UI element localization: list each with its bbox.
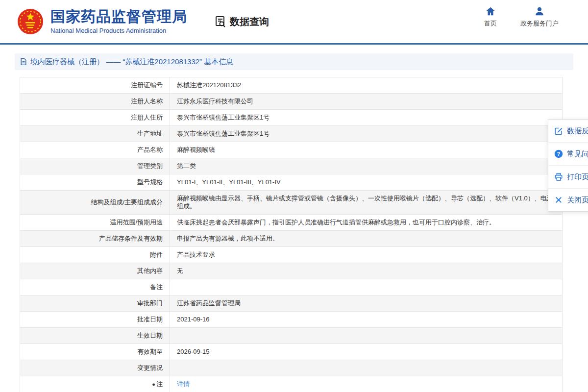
field-label: 其他内容 [20,263,170,279]
table-row: 型号规格 YL01-I、YL01-II、YL01-III、YL01-IV [20,174,563,191]
field-label: 有效期至 [20,344,170,360]
field-value: 泰兴市张桥镇焦荡工业集聚区1号 [170,126,563,142]
field-label: 管理类别 [20,158,170,174]
svg-text:?: ? [557,151,560,157]
panel-item-label: 打印页面 [567,172,588,182]
field-label: 型号规格 [20,174,170,191]
org-name-en: National Medical Products Administration [50,27,187,35]
field-value: 详情 [170,376,563,392]
field-value: 无 [170,263,563,279]
field-label: 产品名称 [20,142,170,158]
panel-item-print[interactable]: 打印页面 [548,166,588,189]
close-icon [554,196,563,204]
field-label: 注册证编号 [20,77,170,94]
nav-portal-label: 政务服务门户 [520,19,559,28]
table-row: 注册证编号 苏械注准20212081332 [20,77,563,94]
field-label: 注册人名称 [20,94,170,110]
table-row: 适用范围/预期用途 供临床挑起患者会厌部暴露声门，指引医护人员准确进行气道插管供… [20,215,563,231]
table-row: 批准日期 2021-09-16 [20,312,563,328]
top-nav: 首页 政务服务门户 [484,6,559,28]
panel-item-close[interactable]: 关闭页面 [548,189,588,211]
table-row: 注册人住所 泰兴市张桥镇焦荡工业集聚区1号 [20,110,563,126]
field-value [170,328,563,344]
field-label: 批准日期 [20,312,170,328]
registration-info-table: 注册证编号 苏械注准20212081332 注册人名称 江苏永乐医疗科技有限公司… [20,77,563,392]
field-value: 苏械注准20212081332 [170,77,563,94]
field-label: 产品储存条件及有效期 [20,231,170,247]
table-row: 生产地址 泰兴市张桥镇焦荡工业集聚区1号 [20,126,563,142]
detail-link[interactable]: 详情 [177,380,190,388]
org-identity: 国家药品监督管理局 National Medical Products Admi… [50,8,187,34]
note-label: 注 [156,380,163,388]
field-label: ●注 [20,376,170,392]
panel-item-label: 数据反馈 [567,126,588,136]
field-label: 结构及组成/主要组成成分 [20,191,170,215]
nav-home[interactable]: 首页 [484,6,497,28]
field-value: 申报产品为有源器械，此项不适用。 [170,231,563,247]
field-label: 变更情况 [20,360,170,376]
breadcrumb-text: 境内医疗器械（注册） —— “苏械注准20212081332” 基本信息 [30,57,233,67]
table-row: 审批部门 江苏省药品监督管理局 [20,295,563,312]
org-name-cn: 国家药品监督管理局 [50,8,187,25]
data-query-icon [214,15,227,28]
field-value: 江苏省药品监督管理局 [170,295,563,312]
home-icon [485,6,496,17]
field-value: YL01-I、YL01-II、YL01-III、YL01-IV [170,174,563,191]
table-row: 生效日期 [20,328,563,344]
table-row: 其他内容 无 [20,263,563,279]
tab-data-query-label: 数据查询 [230,15,269,28]
panel-item-feedback[interactable]: 数据反馈 [548,120,588,143]
table-row: 产品名称 麻醉视频喉镜 [20,142,563,158]
question-icon: ? [554,149,563,158]
table-row: 管理类别 第二类 [20,158,563,174]
field-value: 第二类 [170,158,563,174]
nav-portal[interactable]: 政务服务门户 [520,6,559,28]
print-icon [554,172,563,181]
note-icon: ● [152,380,155,388]
tab-data-query[interactable]: 数据查询 [214,15,269,28]
table-row: 变更情况 [20,360,563,376]
field-value [170,360,563,376]
field-value: 2021-09-16 [170,312,563,328]
field-value: 江苏永乐医疗科技有限公司 [170,94,563,110]
breadcrumb: 境内医疗器械（注册） —— “苏械注准20212081332” 基本信息 [15,53,573,70]
table-row: 备注 [20,279,563,295]
field-value: 麻醉视频喉镜 [170,142,563,158]
table-row: 注册人名称 江苏永乐医疗科技有限公司 [20,94,563,110]
field-label: 注册人住所 [20,110,170,126]
field-label: 生效日期 [20,328,170,344]
field-value: 泰兴市张桥镇焦荡工业集聚区1号 [170,110,563,126]
table-row: ●注 详情 [20,376,563,392]
nmpa-logo[interactable] [17,8,44,35]
field-label: 附件 [20,247,170,263]
field-label: 审批部门 [20,295,170,312]
field-value: 供临床挑起患者会厌部暴露声门，指引医护人员准确进行气道插管供麻醉或急救用，也可用… [170,215,563,231]
field-label: 适用范围/预期用途 [20,215,170,231]
panel-item-label: 关闭页面 [567,196,588,205]
table-row: 有效期至 2026-09-15 [20,344,563,360]
panel-item-faq[interactable]: ? 常见问题 [548,143,588,166]
nav-home-label: 首页 [484,19,497,28]
user-icon [534,6,545,17]
field-label: 生产地址 [20,126,170,142]
field-value [170,279,563,295]
field-value: 2026-09-15 [170,344,563,360]
table-row: 产品储存条件及有效期 申报产品为有源器械，此项不适用。 [20,231,563,247]
field-value: 麻醉视频喉镜由显示器、手柄、镜片或支撑管或管镜（含摄像头）、一次性使用喉镜片（选… [170,191,563,215]
site-header: 国家药品监督管理局 National Medical Products Admi… [0,0,588,45]
panel-item-label: 常见问题 [567,149,588,159]
table-row: 附件 产品技术要求 [20,247,563,263]
feedback-icon [554,126,563,135]
field-label: 备注 [20,279,170,295]
document-icon [20,58,27,66]
floating-tools-panel: 数据反馈 ? 常见问题 打印页面 关闭页面 [548,119,588,212]
field-value: 产品技术要求 [170,247,563,263]
table-row: 结构及组成/主要组成成分 麻醉视频喉镜由显示器、手柄、镜片或支撑管或管镜（含摄像… [20,191,563,215]
